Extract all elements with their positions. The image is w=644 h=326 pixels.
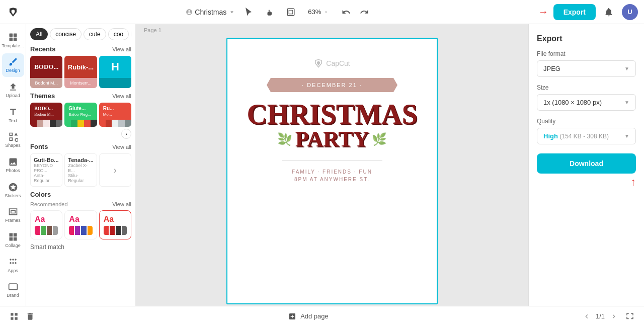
file-format-select[interactable]: JPEG ▼ (537, 60, 636, 77)
hand-tool-button[interactable] (262, 4, 278, 20)
main-area: Template... Design Upload Text Shapes Ph… (0, 24, 644, 306)
topbar-center: Christmas 63% (24, 4, 534, 20)
themes-title: Themes (30, 92, 55, 100)
quality-highlight: High (543, 132, 558, 140)
bottom-left (8, 310, 36, 322)
theme-item-0[interactable]: BODO...Bodoni M... (30, 103, 62, 127)
delete-page-button[interactable] (24, 310, 36, 322)
color-item-1[interactable]: Aa (64, 210, 97, 239)
sidebar-item-collage[interactable]: Collage (2, 228, 24, 252)
sidebar-item-photos[interactable]: Photos (2, 153, 24, 177)
colors-grid: Aa Aa Aa (30, 210, 131, 239)
colors-header: Colors (30, 191, 131, 198)
fonts-grid: Guti-Bo... BEYOND PRO... Anta-Regular Te… (30, 153, 131, 187)
fit-to-screen-button[interactable] (624, 310, 636, 322)
export-button[interactable]: Export (553, 4, 596, 20)
font-item-2[interactable]: › (99, 153, 131, 187)
color-aa-0: Aa (35, 215, 58, 224)
zoom-control[interactable]: 63% (304, 6, 333, 18)
undo-button[interactable] (338, 4, 354, 20)
sidebar-item-templates[interactable]: Template... (2, 28, 24, 52)
fonts-view-all[interactable]: View all (112, 144, 131, 150)
add-page-button[interactable]: Add page (288, 312, 329, 320)
select-tool-button[interactable] (240, 4, 257, 20)
themes-view-all[interactable]: View all (112, 93, 131, 99)
redo-button[interactable] (356, 4, 372, 20)
canvas-scroll[interactable]: CapCut · DECEMBER 21 · CHRISTMAS 🌿 PARTY… (136, 36, 528, 306)
svg-rect-4 (9, 38, 13, 41)
sidebar-label-shapes: Shapes (5, 143, 21, 148)
svg-rect-1 (289, 10, 293, 14)
sidebar-item-design[interactable]: Design (2, 53, 24, 77)
quality-field: Quality High (154 KB - 308 KB) ▼ (537, 118, 636, 144)
bell-button[interactable] (601, 4, 617, 20)
sidebar-item-text[interactable]: Text (2, 103, 24, 127)
font-item-0[interactable]: Guti-Bo... BEYOND PRO... Anta-Regular (30, 153, 62, 187)
christmas-title: CHRISTMAS (247, 100, 417, 128)
filter-more-button[interactable]: ▼ (131, 28, 131, 40)
smart-match: Smart match (30, 243, 131, 251)
bottom-right: 1/1 (581, 310, 636, 322)
svg-rect-5 (13, 38, 17, 41)
sidebar-item-stickers[interactable]: Stickers (2, 178, 24, 202)
recents-view-all[interactable]: View all (112, 46, 131, 52)
sidebar-label-templates: Template... (2, 43, 24, 48)
colors-view-all[interactable]: View all (112, 201, 131, 207)
size-select[interactable]: 1x (1080 × 1080 px) ▼ (537, 94, 636, 111)
recent-item-0[interactable]: BODO... Bodoni M... (30, 56, 62, 88)
divider-line (282, 160, 382, 161)
recents-grid: BODO... Bodoni M... Rubik-... Montserr..… (30, 56, 131, 88)
export-panel: Export File format JPEG ▼ Size 1x (1080 … (528, 24, 644, 306)
quality-select[interactable]: High (154 KB - 308 KB) ▼ (537, 128, 636, 144)
project-name[interactable]: Christmas (186, 8, 235, 16)
frame-tool-button[interactable] (283, 4, 299, 20)
colors-recommended-header: Recommended View all (30, 201, 131, 207)
topbar-right: → Export U (538, 4, 638, 20)
fonts-header: Fonts View all (30, 143, 131, 150)
filter-all[interactable]: All (30, 28, 48, 40)
canvas-logo-text: CapCut (326, 59, 350, 67)
font-item-1[interactable]: Tenada-... Zacbel X-E... Stilu-Regular (64, 153, 97, 187)
grid-view-button[interactable] (8, 310, 20, 322)
filter-coo[interactable]: coo (108, 28, 129, 40)
themes-next-button[interactable]: › (121, 129, 131, 139)
sidebar-item-shapes[interactable]: Shapes (2, 128, 24, 152)
quality-range: (154 KB - 308 KB) (560, 133, 609, 140)
party-title: PARTY (295, 128, 369, 150)
user-avatar[interactable]: U (622, 4, 638, 20)
download-button[interactable]: Download (537, 153, 636, 174)
sidebar-label-design: Design (6, 68, 20, 73)
recent-item-2[interactable]: H (99, 56, 131, 88)
leaf-right: 🌿 (372, 132, 387, 146)
svg-rect-2 (9, 33, 13, 37)
recent-item-1[interactable]: Rubik-... Montserr... (64, 56, 97, 88)
next-page-button[interactable] (608, 310, 620, 322)
svg-rect-3 (13, 33, 17, 37)
sidebar-label-photos: Photos (6, 168, 20, 173)
prev-page-button[interactable] (581, 310, 593, 322)
export-arrow-indicator: → (538, 6, 548, 18)
quality-value: High (154 KB - 308 KB) (543, 132, 609, 140)
color-item-0[interactable]: Aa (30, 210, 62, 239)
sidebar-label-frames: Frames (5, 218, 21, 223)
filter-cute[interactable]: cute (84, 28, 106, 40)
theme-item-2[interactable]: Ru...Mo... (99, 103, 131, 127)
sidebar-item-frames[interactable]: Frames (2, 203, 24, 227)
canvas-area: Page 1 CapCut · DECEMBER 21 · CHRISTMAS (136, 24, 528, 306)
sidebar-item-upload[interactable]: Upload (2, 78, 24, 102)
sidebar-item-brand[interactable]: Brand (2, 278, 24, 302)
filter-concise[interactable]: concise (50, 28, 82, 40)
export-panel-title: Export (537, 34, 636, 43)
font-name-0: Guti-Bo... (34, 157, 59, 163)
file-format-arrow: ▼ (624, 66, 629, 71)
theme-item-1[interactable]: Glute...Baloo-Reg... (64, 103, 97, 127)
svg-rect-6 (9, 284, 17, 290)
color-item-2[interactable]: Aa (99, 210, 131, 239)
sidebar-label-collage: Collage (5, 243, 21, 248)
undo-redo-group (338, 4, 372, 20)
sidebar-item-apps[interactable]: Apps (2, 253, 24, 277)
recommended-label: Recommended (30, 201, 68, 207)
file-format-field: File format JPEG ▼ (537, 50, 636, 77)
file-format-label: File format (537, 50, 636, 57)
event-detail-1: FAMILY · FRIENDS · FUN (292, 169, 372, 175)
